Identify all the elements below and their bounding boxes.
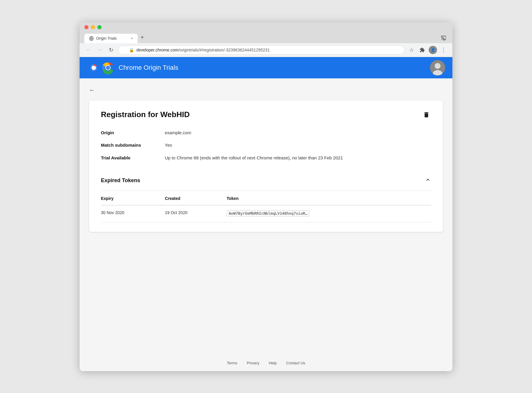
table-row: 30 Nov 2020 19 Oct 2020 AoW7ByrUeMbRRIcN…: [101, 205, 431, 222]
match-subdomains-label: Match subdomains: [101, 142, 160, 149]
menu-button[interactable]: ⋮: [439, 46, 448, 54]
contact-us-link[interactable]: Contact Us: [286, 361, 305, 365]
tab-close-button[interactable]: ×: [131, 36, 133, 41]
chrome-logo: [101, 61, 115, 75]
expired-tokens-title: Expired Tokens: [101, 177, 140, 184]
chrome-logo-icon: [87, 61, 101, 75]
token-value[interactable]: AoW7ByrUeMbRRIcNblmqLV148hnq7xiuR…: [227, 210, 309, 216]
active-tab[interactable]: Origin Trials ×: [84, 34, 138, 43]
expiry-cell: 30 Nov 2020: [101, 205, 165, 222]
back-button[interactable]: ←: [84, 46, 93, 54]
tab-title: Origin Trials: [96, 36, 117, 41]
terms-link[interactable]: Terms: [227, 361, 237, 365]
card-title: Registration for WebHID: [101, 110, 190, 119]
cast-button[interactable]: [439, 34, 448, 42]
tokens-table: Expiry Created Token 30 Nov 2020 19 Oct …: [101, 192, 431, 222]
browser-window: Origin Trials × + ← → ↻ 🔒 developer.chro…: [80, 22, 452, 371]
page-content: ← Registration for WebHID Origin example…: [80, 78, 452, 355]
minimize-traffic-light[interactable]: [91, 25, 95, 29]
svg-point-9: [435, 63, 441, 69]
origin-label: Origin: [101, 130, 160, 136]
registration-card: Registration for WebHID Origin example.c…: [89, 101, 443, 232]
avatar-image: [430, 60, 445, 75]
info-grid: Origin example.com Match subdomains Yes …: [101, 130, 431, 161]
new-tab-button[interactable]: +: [138, 32, 146, 43]
user-avatar[interactable]: [430, 60, 445, 75]
svg-point-7: [106, 66, 110, 70]
lock-icon: 🔒: [129, 48, 134, 52]
collapse-tokens-button[interactable]: [425, 177, 431, 185]
star-button[interactable]: ☆: [407, 46, 416, 54]
close-traffic-light[interactable]: [84, 25, 88, 29]
forward-button[interactable]: →: [96, 46, 104, 54]
title-bar: Origin Trials × +: [80, 22, 452, 43]
profile-avatar[interactable]: 👤: [429, 46, 437, 54]
tab-bar: Origin Trials × +: [84, 32, 448, 43]
tab-right-controls: [439, 34, 448, 43]
address-bar-row: ← → ↻ 🔒 developer.chrome.com/origintrial…: [80, 43, 452, 57]
traffic-lights: [84, 25, 448, 29]
match-subdomains-value: Yes: [165, 142, 431, 149]
created-cell: 19 Oct 2020: [165, 205, 227, 222]
tab-favicon-icon: [89, 36, 94, 41]
origin-value: example.com: [165, 130, 431, 136]
trial-available-value: Up to Chrome 88 (ends with the rollout o…: [165, 155, 431, 161]
address-bar[interactable]: 🔒 developer.chrome.com/origintrials/#/re…: [118, 46, 404, 54]
address-actions: ☆ 👤 ⋮: [407, 46, 448, 54]
trial-available-label: Trial Available: [101, 155, 160, 161]
privacy-link[interactable]: Privacy: [247, 361, 259, 365]
back-navigation-button[interactable]: ←: [89, 84, 95, 96]
maximize-traffic-light[interactable]: [97, 25, 101, 29]
help-link[interactable]: Help: [269, 361, 277, 365]
puzzle-icon: [420, 47, 425, 53]
token-column-header: Token: [227, 192, 431, 205]
expired-tokens-section-header: Expired Tokens: [101, 171, 431, 191]
card-header: Registration for WebHID: [101, 110, 431, 121]
chevron-up-icon: [425, 177, 431, 183]
created-column-header: Created: [165, 192, 227, 205]
app-header: Chrome Origin Trials: [80, 57, 452, 78]
svg-point-5: [92, 65, 96, 70]
extensions-button[interactable]: [418, 46, 426, 54]
reload-button[interactable]: ↻: [107, 46, 115, 54]
cast-icon: [441, 35, 446, 41]
app-header-title: Chrome Origin Trials: [119, 64, 178, 72]
delete-button[interactable]: [422, 110, 431, 121]
expiry-column-header: Expiry: [101, 192, 165, 205]
token-cell: AoW7ByrUeMbRRIcNblmqLV148hnq7xiuR…: [227, 205, 431, 222]
footer: Terms Privacy Help Contact Us: [80, 355, 452, 371]
address-text: developer.chrome.com/origintrials/#/regi…: [136, 48, 270, 52]
trash-icon: [423, 111, 430, 118]
